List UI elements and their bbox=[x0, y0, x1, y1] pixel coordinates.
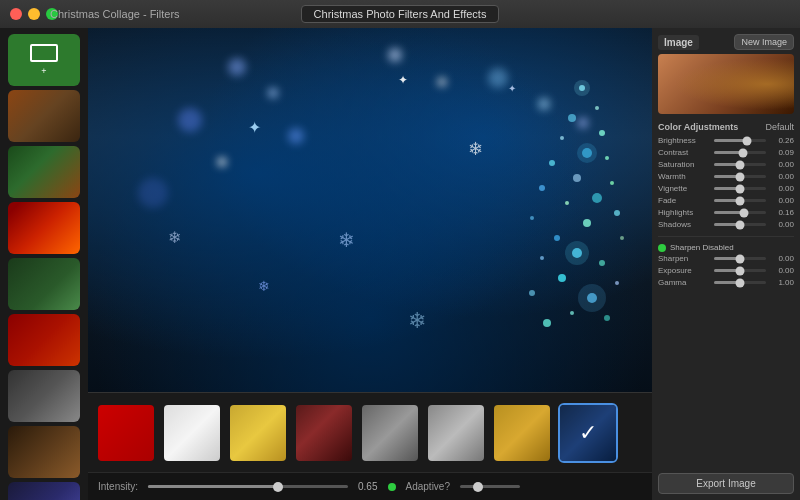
adj-gamma-label: Gamma bbox=[658, 278, 710, 287]
filter-6[interactable] bbox=[426, 403, 486, 463]
adj-sharpen-thumb[interactable] bbox=[736, 254, 745, 263]
adj-highlights: Highlights 0.16 bbox=[658, 208, 794, 217]
adaptive-slider-thumb[interactable] bbox=[473, 482, 483, 492]
sharpen-row: Sharpen Disabled bbox=[658, 243, 794, 252]
adaptive-slider[interactable] bbox=[460, 485, 520, 488]
sidebar-item-2[interactable] bbox=[8, 146, 80, 198]
filter-8[interactable]: ✓ bbox=[558, 403, 618, 463]
adj-warmth-label: Warmth bbox=[658, 172, 710, 181]
svg-point-16 bbox=[554, 235, 560, 241]
adj-gamma-slider[interactable] bbox=[714, 281, 766, 284]
adj-saturation-thumb[interactable] bbox=[736, 160, 745, 169]
adj-warmth-thumb[interactable] bbox=[736, 172, 745, 181]
app-title: Christmas Collage - Filters bbox=[50, 8, 180, 20]
svg-point-26 bbox=[604, 315, 610, 321]
adj-contrast: Contrast 0.09 bbox=[658, 148, 794, 157]
adj-gamma: Gamma 1.00 bbox=[658, 278, 794, 287]
rp-header: Image New Image bbox=[658, 34, 794, 50]
left-sidebar: + bbox=[0, 28, 88, 500]
sparkle-2: ✦ bbox=[398, 73, 408, 87]
svg-point-30 bbox=[565, 241, 589, 265]
close-button[interactable] bbox=[10, 8, 22, 20]
adj-fade: Fade 0.00 bbox=[658, 196, 794, 205]
checkmark-icon: ✓ bbox=[579, 420, 597, 446]
adj-vignette-slider[interactable] bbox=[714, 187, 766, 190]
adj-shadows-label: Shadows bbox=[658, 220, 710, 229]
export-image-button[interactable]: Export Image bbox=[658, 473, 794, 494]
svg-point-31 bbox=[578, 284, 606, 312]
sidebar-add-item[interactable]: + bbox=[8, 34, 80, 86]
sidebar-item-6[interactable] bbox=[8, 370, 80, 422]
adj-fade-thumb[interactable] bbox=[736, 196, 745, 205]
adj-vignette-value: 0.00 bbox=[770, 184, 794, 193]
adj-sharpen: Sharpen 0.00 bbox=[658, 254, 794, 263]
window-title: Christmas Photo Filters And Effects bbox=[301, 5, 500, 23]
default-button[interactable]: Default bbox=[765, 122, 794, 132]
sidebar-item-3[interactable] bbox=[8, 202, 80, 254]
adj-brightness: Brightness 0.26 bbox=[658, 136, 794, 145]
adj-saturation-slider[interactable] bbox=[714, 163, 766, 166]
rp-preview-inner bbox=[658, 54, 794, 114]
adj-saturation-label: Saturation bbox=[658, 160, 710, 169]
adj-highlights-label: Highlights bbox=[658, 208, 710, 217]
sparkle-5: ❄ bbox=[338, 228, 355, 252]
rp-preview bbox=[658, 54, 794, 114]
filter-1[interactable] bbox=[96, 403, 156, 463]
adj-highlights-slider[interactable] bbox=[714, 211, 766, 214]
new-image-button[interactable]: New Image bbox=[734, 34, 794, 50]
adj-warmth-slider[interactable] bbox=[714, 175, 766, 178]
intensity-label: Intensity: bbox=[98, 481, 138, 492]
filter-7[interactable] bbox=[492, 403, 552, 463]
adj-contrast-label: Contrast bbox=[658, 148, 710, 157]
adj-contrast-thumb[interactable] bbox=[738, 148, 747, 157]
adj-warmth-value: 0.00 bbox=[770, 172, 794, 181]
adj-shadows-value: 0.00 bbox=[770, 220, 794, 229]
filter-2[interactable] bbox=[162, 403, 222, 463]
divider-1 bbox=[658, 236, 794, 237]
intensity-slider-thumb[interactable] bbox=[273, 482, 283, 492]
adj-exposure-thumb[interactable] bbox=[736, 266, 745, 275]
sidebar-item-5[interactable] bbox=[8, 314, 80, 366]
sidebar-item-1[interactable] bbox=[8, 90, 80, 142]
filter-4[interactable] bbox=[294, 403, 354, 463]
svg-point-22 bbox=[615, 281, 619, 285]
christmas-tree-svg bbox=[432, 38, 632, 358]
adj-brightness-thumb[interactable] bbox=[742, 136, 751, 145]
filter-3[interactable] bbox=[228, 403, 288, 463]
adj-sharpen-label: Sharpen bbox=[658, 254, 710, 263]
adj-contrast-slider[interactable] bbox=[714, 151, 766, 154]
intensity-slider[interactable] bbox=[148, 485, 348, 488]
adj-fade-slider[interactable] bbox=[714, 199, 766, 202]
color-adj-title: Color Adjustments bbox=[658, 122, 738, 132]
svg-point-12 bbox=[565, 201, 569, 205]
svg-point-11 bbox=[592, 193, 602, 203]
sharpen-status-dot bbox=[658, 244, 666, 252]
svg-point-14 bbox=[530, 216, 534, 220]
svg-point-10 bbox=[539, 185, 545, 191]
filter-5[interactable] bbox=[360, 403, 420, 463]
adj-shadows-slider[interactable] bbox=[714, 223, 766, 226]
adj-brightness-label: Brightness bbox=[658, 136, 710, 145]
svg-point-25 bbox=[570, 311, 574, 315]
main-layout: + bbox=[0, 28, 800, 500]
adj-gamma-thumb[interactable] bbox=[736, 278, 745, 287]
svg-point-23 bbox=[529, 290, 535, 296]
adj-highlights-thumb[interactable] bbox=[740, 208, 749, 217]
adj-exposure-slider[interactable] bbox=[714, 269, 766, 272]
adj-brightness-slider[interactable] bbox=[714, 139, 766, 142]
sidebar-item-8[interactable] bbox=[8, 482, 80, 500]
sharpen-label: Sharpen Disabled bbox=[670, 243, 734, 252]
adj-shadows-thumb[interactable] bbox=[736, 220, 745, 229]
adj-saturation-value: 0.00 bbox=[770, 160, 794, 169]
svg-point-7 bbox=[549, 160, 555, 166]
adj-exposure-value: 0.00 bbox=[770, 266, 794, 275]
adj-sharpen-slider[interactable] bbox=[714, 257, 766, 260]
sidebar-item-7[interactable] bbox=[8, 426, 80, 478]
adj-vignette-thumb[interactable] bbox=[736, 184, 745, 193]
image-tab[interactable]: Image bbox=[658, 35, 699, 50]
intensity-bar: Intensity: 0.65 Adaptive? bbox=[88, 472, 652, 500]
minimize-button[interactable] bbox=[28, 8, 40, 20]
svg-point-27 bbox=[543, 319, 551, 327]
sidebar-item-4[interactable] bbox=[8, 258, 80, 310]
svg-point-19 bbox=[540, 256, 544, 260]
